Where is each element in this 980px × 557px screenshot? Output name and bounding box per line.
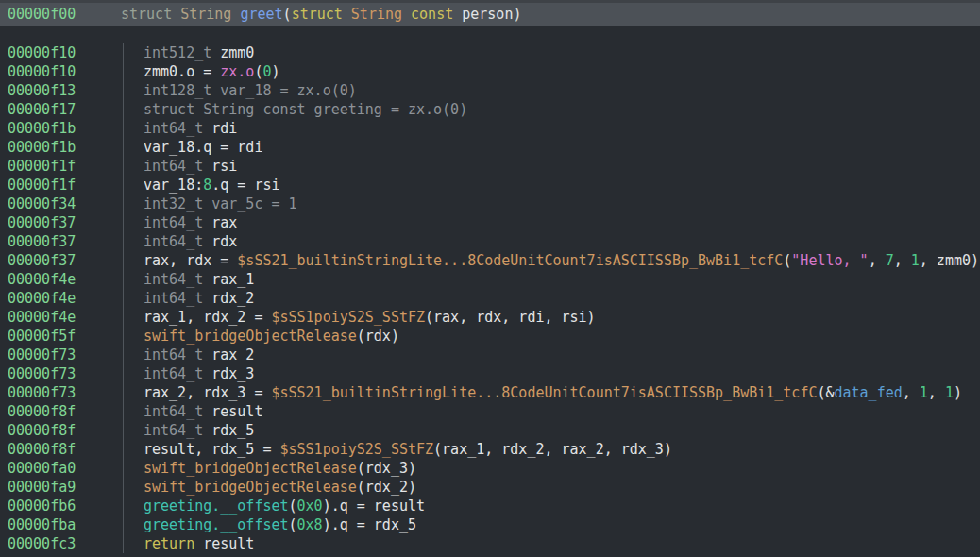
line-code: zmm0.o = zx.o(0) — [123, 62, 980, 81]
token-sym: $sSS21_builtinStringLite...8CodeUnitCoun… — [237, 252, 783, 269]
token-dim: int32_t var_5c = 1 — [144, 195, 297, 212]
token-w: ( — [783, 252, 791, 269]
token-w: rax, rdx = — [144, 252, 237, 269]
listing-line[interactable]: 00000f4erax_1, rdx_2 = $sSS1poiyS2S_SStF… — [0, 308, 980, 327]
line-address: 00000f73 — [0, 364, 123, 383]
line-address: 00000f4e — [0, 270, 123, 289]
token-w: zmm0.o = — [144, 63, 220, 80]
listing-line[interactable]: 00000f13int128_t var_18 = zx.o(0) — [0, 81, 980, 100]
line-code: int512_t zmm0 — [123, 43, 980, 62]
line-code: int64_t rdx — [123, 232, 980, 251]
token-w: rsi — [211, 158, 237, 175]
token-w: ) — [954, 384, 962, 401]
token-fn: greet — [240, 6, 282, 23]
token-w: result, rdx_5 = — [144, 441, 280, 458]
listing-line[interactable]: 00000f8fresult, rdx_5 = $sSS1poiyS2S_SSt… — [0, 440, 980, 459]
token-w: result — [203, 535, 254, 552]
line-address: 00000f34 — [0, 194, 123, 213]
token-w: ( — [283, 6, 292, 23]
token-w: ( — [289, 498, 297, 515]
token-w: zmm0 — [220, 44, 254, 61]
listing-line[interactable]: 00000f8fint64_t result — [0, 402, 980, 421]
line-address: 00000f1f — [0, 176, 123, 194]
line-address: 00000fa0 — [0, 459, 123, 478]
line-code: int64_t rdi — [123, 119, 980, 138]
line-code: struct String const greeting = zx.o(0) — [123, 100, 980, 119]
token-w: var_18: — [144, 177, 203, 194]
token-ty: int64_t — [144, 120, 211, 137]
line-code: int64_t rax_2 — [123, 346, 980, 364]
line-code: struct String greet(struct String const … — [101, 3, 980, 26]
listing-line[interactable]: 00000f10int512_t zmm0 — [0, 43, 980, 62]
listing-line[interactable]: 00000f1bint64_t rdi — [0, 119, 980, 138]
token-ty: int64_t — [144, 346, 211, 363]
line-address: 00000fa9 — [0, 478, 123, 497]
token-w: , — [869, 252, 886, 269]
token-w: rax — [211, 214, 237, 231]
line-address: 00000f1b — [0, 138, 123, 157]
token-num: 8 — [203, 177, 211, 194]
listing-line[interactable]: 00000f1bvar_18.q = rdi — [0, 138, 980, 157]
line-address: 00000f13 — [0, 81, 123, 100]
token-w: rax_1, rdx_2 = — [144, 309, 271, 326]
token-w: rdx — [211, 233, 237, 250]
line-code: var_18:8.q = rsi — [123, 176, 980, 194]
token-w: (rax_1, rdx_2, rax_2, rdx_3) — [433, 441, 672, 458]
listing-line[interactable]: 00000f73int64_t rax_2 — [0, 346, 980, 364]
listing-line[interactable]: 00000f4eint64_t rdx_2 — [0, 289, 980, 308]
token-dim: struct String const greeting = zx.o(0) — [144, 101, 467, 118]
line-code: int64_t rdx_2 — [123, 289, 980, 308]
token-sym: $sSS1poiyS2S_SStFZ — [271, 309, 425, 326]
listing-line[interactable]: 00000fb6greeting.__offset(0x0).q = resul… — [0, 497, 980, 515]
listing-line[interactable]: 00000f10zmm0.o = zx.o(0) — [0, 62, 980, 81]
function-signature-line[interactable]: 00000f00 struct String greet(struct Stri… — [0, 0, 980, 26]
listing-line[interactable]: 00000f1fvar_18:8.q = rsi — [0, 176, 980, 194]
listing-line[interactable]: 00000f34int32_t var_5c = 1 — [0, 194, 980, 213]
listing-line[interactable]: 00000f8fint64_t rdx_5 — [0, 421, 980, 440]
token-w: , — [928, 384, 945, 401]
token-ty: int64_t — [144, 365, 211, 382]
token-num: 0x8 — [297, 516, 323, 533]
listing-line[interactable]: 00000f73int64_t rdx_3 — [0, 364, 980, 383]
token-teal: greeting.__offset — [144, 498, 289, 515]
token-ty: int64_t — [144, 271, 211, 288]
line-address: 00000f37 — [0, 251, 123, 270]
token-str: "Hello, " — [791, 252, 868, 269]
listing-line[interactable]: 00000f1fint64_t rsi — [0, 157, 980, 176]
listing-line[interactable]: 00000f37rax, rdx = $sSS21_builtinStringL… — [0, 251, 980, 270]
token-ty: int64_t — [144, 214, 211, 231]
line-address: 00000f17 — [0, 100, 123, 119]
listing-line[interactable]: 00000fbagreeting.__offset(0x8).q = rdx_5 — [0, 515, 980, 534]
line-address: 00000f37 — [0, 213, 123, 232]
listing-line[interactable]: 00000f37int64_t rax — [0, 213, 980, 232]
token-ty: int64_t — [144, 403, 211, 420]
token-ty: int64_t — [144, 233, 211, 250]
token-w: , — [894, 252, 911, 269]
listing-line[interactable]: 00000f5fswift_bridgeObjectRelease(rdx) — [0, 327, 980, 346]
decompiler-view: 00000f00 struct String greet(struct Stri… — [0, 0, 980, 557]
listing-line[interactable]: 00000f37int64_t rdx — [0, 232, 980, 251]
token-sym: swift_bridgeObjectRelease — [144, 479, 357, 496]
line-code: int64_t rsi — [123, 157, 980, 176]
line-address: 00000f00 — [0, 3, 101, 26]
listing-line[interactable]: 00000f73rax_2, rdx_3 = $sSS21_builtinStr… — [0, 383, 980, 402]
line-code: swift_bridgeObjectRelease(rdx) — [123, 327, 980, 346]
line-address: 00000f37 — [0, 232, 123, 251]
listing-line[interactable]: 00000fc3return result — [0, 534, 980, 553]
token-num: 0x0 — [297, 498, 323, 515]
listing-line[interactable]: 00000f4eint64_t rax_1 — [0, 270, 980, 289]
line-code: int64_t rax — [123, 213, 980, 232]
listing-line[interactable]: 00000fa9swift_bridgeObjectRelease(rdx_2) — [0, 478, 980, 497]
line-address: 00000f10 — [0, 43, 123, 62]
line-code: result, rdx_5 = $sSS1poiyS2S_SStFZ(rax_1… — [123, 440, 980, 459]
line-code: int64_t rdx_5 — [123, 421, 980, 440]
listing-line[interactable]: 00000fa0swift_bridgeObjectRelease(rdx_3) — [0, 459, 980, 478]
listing-line[interactable]: 00000f17struct String const greeting = z… — [0, 100, 980, 119]
token-w: rax_2 — [211, 346, 254, 363]
line-address: 00000f1f — [0, 157, 123, 176]
token-w: (rdx_3) — [357, 460, 416, 477]
token-w: rdx_3 — [211, 365, 254, 382]
line-code: rax_2, rdx_3 = $sSS21_builtinStringLite.… — [123, 383, 980, 402]
line-code: swift_bridgeObjectRelease(rdx_2) — [123, 478, 980, 497]
token-w: var_18.q = rdi — [144, 139, 262, 156]
